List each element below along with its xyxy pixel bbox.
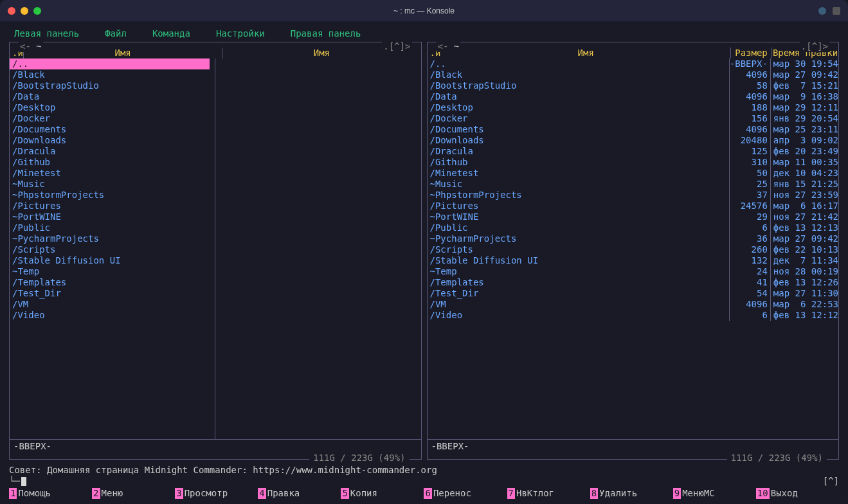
list-item[interactable]: ~PycharmProjects36мар 27 09:42 <box>430 233 839 244</box>
fkey-6[interactable]: 6Перенос <box>424 488 507 499</box>
list-item[interactable]: /Scripts <box>12 244 215 255</box>
right-panel-sort-icon[interactable]: .[^]> <box>800 41 829 52</box>
left-panel-column-1[interactable]: /../Black/BootstrapStudio/Data/Desktop/D… <box>10 59 215 439</box>
list-item[interactable]: /Docker <box>12 113 215 124</box>
list-item[interactable]: /Github310мар 11 00:35 <box>430 157 839 168</box>
left-panel-disk-usage: 111G / 223G (49%) <box>309 453 409 464</box>
menu-right-panel[interactable]: Правая панель <box>291 28 361 39</box>
list-item[interactable]: ~PycharmProjects <box>12 233 215 244</box>
list-item[interactable]: ~Temp24ноя 28 00:19 <box>430 266 839 277</box>
list-item[interactable]: /Dracula125фев 20 23:49 <box>430 146 839 157</box>
list-item[interactable]: ~PhpstormProjects <box>12 190 215 201</box>
list-item[interactable]: /Black <box>12 69 215 80</box>
left-panel-path-left-icon: <- <box>20 41 31 51</box>
shell-prompt[interactable]: └─ [^] <box>9 476 839 487</box>
list-item[interactable]: /Docker156янв 29 20:54 <box>430 113 839 124</box>
menu-left-panel[interactable]: Левая панель <box>14 28 79 39</box>
fkey-number: 9 <box>673 488 681 499</box>
list-item[interactable]: /Minetest50дек 10 04:23 <box>430 168 839 179</box>
fkey-2[interactable]: 2Меню <box>92 488 175 499</box>
list-item[interactable]: /Desktop <box>12 102 215 113</box>
fkey-number: 8 <box>590 488 598 499</box>
left-panel-body[interactable]: /../Black/BootstrapStudio/Data/Desktop/D… <box>10 59 421 439</box>
fkey-8[interactable]: 8Удалить <box>590 488 673 499</box>
list-item[interactable]: ~PortWINE <box>12 212 215 222</box>
list-item[interactable]: /Downloads20480апр 3 09:02 <box>430 135 839 146</box>
session-indicator-icon[interactable] <box>818 7 826 15</box>
list-item[interactable]: /Pictures24576мар 6 16:17 <box>430 201 839 212</box>
fkey-1[interactable]: 1Помощь <box>9 488 92 499</box>
mc-menubar[interactable]: Левая панель Файл Команда Настройки Прав… <box>9 26 839 42</box>
window-title: ~ : mc — Konsole <box>0 6 848 15</box>
maximize-icon[interactable] <box>33 7 41 15</box>
list-item[interactable]: /Video6фев 13 12:12 <box>430 310 839 321</box>
fkey-5[interactable]: 5Копия <box>341 488 424 499</box>
fkey-label: Выход <box>770 488 798 499</box>
menu-options[interactable]: Настройки <box>216 28 265 39</box>
list-item[interactable]: ~Temp <box>12 266 215 277</box>
list-item[interactable]: /Data <box>12 91 215 102</box>
list-item[interactable]: /Public6фев 13 12:13 <box>430 222 839 233</box>
list-item[interactable]: /Public <box>12 222 215 233</box>
right-panel[interactable]: <- ~ .[^]> .и Имя Размер Время правки /.… <box>427 42 840 460</box>
function-key-bar[interactable]: 1Помощь2Меню3Просмотр4Правка5Копия6Перен… <box>9 487 839 499</box>
list-item[interactable]: ~Music <box>12 179 215 190</box>
list-item[interactable]: /BootstrapStudio58фев 7 15:21 <box>430 80 839 91</box>
list-item[interactable]: /Scripts260фев 22 10:13 <box>430 244 839 255</box>
close-icon[interactable] <box>8 7 15 15</box>
list-item[interactable]: /Templates <box>12 277 215 288</box>
fkey-4[interactable]: 4Правка <box>258 488 341 499</box>
fkey-label: Меню <box>100 488 123 499</box>
list-item[interactable]: /Minetest <box>12 168 215 179</box>
fkey-7[interactable]: 7НвКтлог <box>507 488 590 499</box>
list-item[interactable]: /VM <box>12 299 215 310</box>
list-item[interactable]: /Github <box>12 157 215 168</box>
list-item[interactable]: /Desktop188мар 29 12:11 <box>430 102 839 113</box>
list-item[interactable]: /..-ВВЕРХ-мар 30 19:54 <box>430 59 839 69</box>
list-item[interactable]: /Documents4096мар 25 23:11 <box>430 124 839 135</box>
file-name: /Data <box>430 91 729 102</box>
right-panel-body[interactable]: /..-ВВЕРХ-мар 30 19:54/Black4096мар 27 0… <box>428 59 839 439</box>
list-item[interactable]: /Templates41фев 13 12:26 <box>430 277 839 288</box>
minimize-icon[interactable] <box>21 7 28 15</box>
fkey-number: 3 <box>175 488 183 499</box>
list-item[interactable]: /Downloads <box>12 135 215 146</box>
menu-command[interactable]: Команда <box>152 28 190 39</box>
left-panel-col-name-1[interactable]: Имя <box>24 48 222 59</box>
list-item[interactable]: /Test_Dir54мар 27 11:30 <box>430 288 839 299</box>
file-name: /Test_Dir <box>430 288 729 299</box>
fkey-label: Правка <box>266 488 300 499</box>
fkey-10[interactable]: 10Выход <box>756 488 839 499</box>
window-menu-icon[interactable] <box>833 7 840 15</box>
panels-container: <- ~ .[^]> .и Имя Имя /../Black/Bootstra… <box>9 42 839 460</box>
list-item[interactable]: /Video <box>12 310 215 321</box>
fkey-number: 2 <box>92 488 100 499</box>
list-item[interactable]: /Test_Dir <box>12 288 215 299</box>
menu-file[interactable]: Файл <box>105 28 127 39</box>
list-item[interactable]: ~Music25янв 15 21:25 <box>430 179 839 190</box>
right-panel-frame-top: <- ~ .[^]> <box>428 42 839 48</box>
list-item[interactable]: /Data4096мар 9 16:38 <box>430 91 839 102</box>
right-panel-col-name[interactable]: Имя <box>442 48 731 59</box>
left-panel-column-2[interactable] <box>215 59 420 439</box>
fkey-9[interactable]: 9МенюМС <box>673 488 756 499</box>
list-item[interactable]: /Dracula <box>12 146 215 157</box>
list-item[interactable]: ~PhpstormProjects37ноя 27 23:59 <box>430 190 839 201</box>
left-panel-sort-icon[interactable]: .[^]> <box>382 41 411 52</box>
list-item[interactable]: /BootstrapStudio <box>12 80 215 91</box>
file-name: /Scripts <box>430 244 729 255</box>
left-panel[interactable]: <- ~ .[^]> .и Имя Имя /../Black/Bootstra… <box>9 42 422 460</box>
file-size: 36 <box>729 233 770 244</box>
fkey-3[interactable]: 3Просмотр <box>175 488 258 499</box>
list-item[interactable]: ~PortWINE29ноя 27 21:42 <box>430 212 839 222</box>
list-item[interactable]: /Stable Diffusion UI <box>12 255 215 266</box>
list-item[interactable]: /Documents <box>12 124 215 135</box>
list-item[interactable]: /.. <box>10 59 210 69</box>
file-size: 4096 <box>729 124 770 135</box>
list-item[interactable]: /Pictures <box>12 201 215 212</box>
list-item[interactable]: /Black4096мар 27 09:42 <box>430 69 839 80</box>
list-item[interactable]: /VM4096мар 6 22:53 <box>430 299 839 310</box>
file-size: 58 <box>729 80 770 91</box>
list-item[interactable]: /Stable Diffusion UI132дек 7 11:34 <box>430 255 839 266</box>
right-panel-col-size[interactable]: Размер <box>730 48 771 59</box>
